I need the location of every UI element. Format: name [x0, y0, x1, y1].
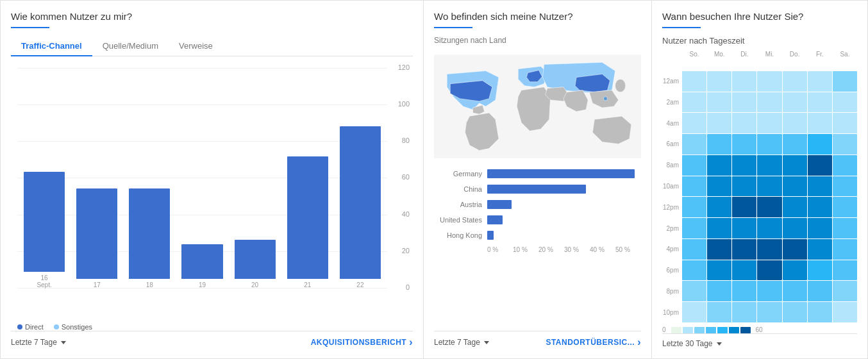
- heatmap-col-header: So.: [682, 51, 706, 71]
- tab-verweise[interactable]: Verweise: [169, 36, 223, 56]
- heatmap-cell: [808, 302, 832, 322]
- tab-quelle-medium[interactable]: Quelle/Medium: [92, 36, 169, 56]
- heatmap-cell: [732, 92, 756, 113]
- heatmap-cell: [707, 92, 731, 113]
- heatmap-cell: [783, 134, 807, 154]
- panel2-date-label: Letzte 7 Tage: [434, 338, 480, 347]
- heatmap-row-label: 2pm: [662, 218, 681, 238]
- heatmap-cell: [707, 260, 731, 281]
- bar-x-label: 21: [304, 281, 311, 288]
- country-row: Germany: [434, 169, 641, 178]
- heatmap-cell: [808, 197, 832, 217]
- heatmap-cell: [732, 134, 756, 154]
- heatmap-cell: [783, 239, 807, 260]
- heatmap-row-label: 10pm: [662, 302, 681, 322]
- heatmap-cell: [682, 302, 706, 322]
- heatmap-cell: [757, 92, 781, 113]
- heatmap-cell: [808, 113, 832, 133]
- grid-label: 100: [398, 100, 410, 108]
- heatmap-cell: [808, 218, 832, 238]
- heatmap-col-header: Fr.: [808, 51, 832, 71]
- grid-label: 80: [402, 137, 410, 144]
- heatmap-cell: [757, 113, 781, 133]
- heatmap-cell: [833, 302, 857, 322]
- heatmap-cell: [833, 71, 857, 92]
- tab-traffic-channel[interactable]: Traffic-Channel: [11, 36, 92, 56]
- heatmap-cell: [732, 197, 756, 217]
- heatmap-cell: [732, 281, 756, 301]
- heatmap-cell: [707, 176, 731, 197]
- heatmap-cell: [682, 260, 706, 281]
- bar: [76, 188, 117, 279]
- heatmap-cell: [682, 71, 706, 92]
- heatmap-cell: [808, 176, 832, 197]
- panel2-title: Wo befinden sich meine Nutzer?: [434, 11, 641, 22]
- legend-cell: [706, 327, 716, 333]
- panel3-date-filter[interactable]: Letzte 30 Tage: [662, 339, 722, 348]
- legend-cell: [717, 327, 728, 333]
- heatmap-cell: [732, 176, 756, 197]
- panel1-chevron-right: ›: [409, 337, 413, 348]
- grid-label: 0: [406, 283, 410, 291]
- map-subtitle: Sitzungen nach Land: [434, 36, 641, 45]
- country-name: United States: [434, 216, 482, 224]
- legend-dot-sonstiges: [54, 324, 59, 330]
- x-label: 0 %: [487, 246, 513, 253]
- tabs: Traffic-Channel Quelle/Medium Verweise: [11, 36, 413, 56]
- heatmap-row-label: 4am: [662, 113, 681, 133]
- heatmap-cell: [808, 281, 832, 301]
- bar-x-sublabel: Sept.: [37, 281, 51, 288]
- legend-min: 0: [662, 326, 666, 333]
- panel1-date-filter[interactable]: Letzte 7 Tage: [11, 338, 66, 347]
- heatmap-cell: [833, 218, 857, 238]
- bar-chart-area: 120100806040200 16Sept.171819202122: [11, 62, 413, 321]
- heatmap-cell: [833, 239, 857, 260]
- legend-cell: [694, 327, 705, 333]
- heatmap-row-label: 10am: [662, 176, 681, 197]
- bar-x-label: 16: [41, 274, 48, 281]
- country-row: Hong Kong: [434, 231, 641, 240]
- heatmap-cell: [707, 197, 731, 217]
- panel2-report-label: STANDORTÜBERSIC...: [546, 338, 635, 347]
- grid-label: 120: [398, 63, 410, 71]
- heatmap-cell: [783, 113, 807, 133]
- heatmap-col-header: Do.: [783, 51, 807, 71]
- panel1-report-link[interactable]: AKQUISITIONSBERICHT ›: [311, 337, 413, 348]
- panel1-underline: [11, 27, 49, 28]
- panel2-date-filter[interactable]: Letzte 7 Tage: [434, 338, 489, 347]
- heatmap-row-label: 2am: [662, 92, 681, 113]
- panel3-date-label: Letzte 30 Tage: [662, 339, 713, 348]
- bar-group: 18: [129, 188, 170, 288]
- dashboard: Wie kommen Nutzer zu mir? Traffic-Channe…: [0, 0, 868, 359]
- country-name: Austria: [434, 201, 482, 208]
- bar: [340, 126, 381, 279]
- panel3-chevron-down: [717, 342, 722, 346]
- country-chart: GermanyChinaAustriaUnited StatesHong Kon…: [434, 169, 641, 331]
- heatmap-cell: [833, 134, 857, 154]
- heatmap-cell: [833, 176, 857, 197]
- panel2-report-link[interactable]: STANDORTÜBERSIC... ›: [546, 337, 641, 348]
- bar: [24, 172, 65, 272]
- heatmap-cell: [757, 197, 781, 217]
- traffic-panel: Wie kommen Nutzer zu mir? Traffic-Channe…: [1, 1, 424, 358]
- heatmap-subtitle: Nutzer nach Tageszeit: [662, 36, 857, 46]
- country-name: Hong Kong: [434, 231, 482, 239]
- heatmap-cell: [757, 302, 781, 322]
- heatmap-cell: [757, 281, 781, 301]
- bar-x-label: 19: [199, 281, 206, 288]
- legend-cell: [729, 327, 739, 333]
- bar-group: 21: [287, 156, 328, 288]
- heatmap-cell: [757, 239, 781, 260]
- country-row: China: [434, 185, 641, 194]
- heatmap-cell: [757, 134, 781, 154]
- legend-gradient: [671, 327, 751, 333]
- grid-label: 60: [402, 173, 410, 181]
- country-bar-bg: [487, 185, 641, 194]
- grid-label: 40: [402, 210, 410, 218]
- heatmap-cell: [732, 218, 756, 238]
- legend-label-sonstiges: Sonstiges: [62, 323, 92, 331]
- bar-x-label: 22: [356, 281, 363, 288]
- heatmap-cell: [833, 281, 857, 301]
- heatmap-cell: [808, 92, 832, 113]
- bar-x-label: 18: [146, 281, 153, 288]
